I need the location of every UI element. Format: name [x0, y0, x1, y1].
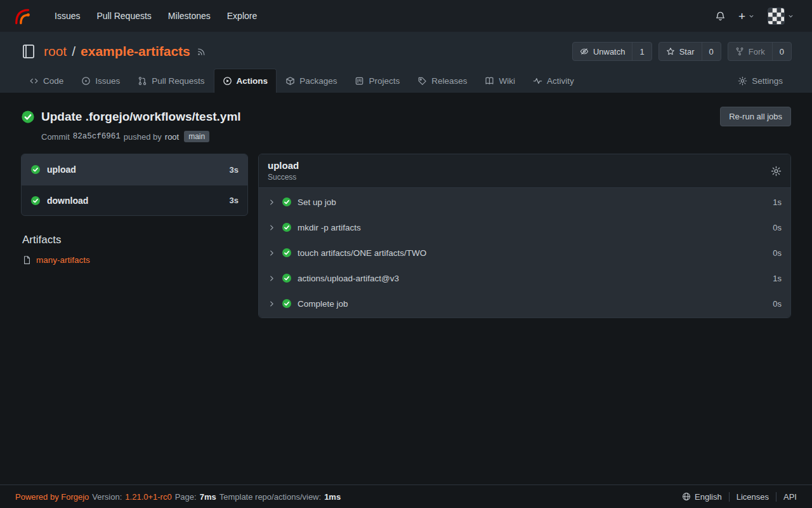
artifact-download-link[interactable]: many-artifacts: [36, 255, 90, 265]
run-sidebar: upload 3s download 3s Artifacts many-art…: [21, 154, 248, 265]
step-success-icon: [282, 222, 292, 232]
star-button[interactable]: Star: [659, 43, 702, 60]
tab-packages[interactable]: Packages: [277, 69, 346, 93]
rss-icon[interactable]: [197, 47, 206, 57]
job-item-download[interactable]: download 3s: [22, 185, 247, 215]
star-button-group: Star 0: [658, 42, 721, 61]
nav-explore[interactable]: Explore: [219, 11, 265, 21]
forks-count[interactable]: 0: [772, 43, 791, 60]
chevron-right-icon: [268, 274, 276, 283]
nav-issues[interactable]: Issues: [46, 11, 88, 21]
tab-label: Activity: [547, 76, 574, 86]
tab-label: Code: [43, 76, 63, 86]
template-time-label: Template repo/actions/view:: [219, 492, 321, 502]
language-label: English: [695, 492, 722, 502]
watchers-count[interactable]: 1: [632, 43, 651, 60]
tab-label: Releases: [431, 76, 467, 86]
tab-actions[interactable]: Actions: [214, 69, 277, 93]
nav-pull-requests[interactable]: Pull Requests: [88, 11, 159, 21]
tab-label: Issues: [95, 76, 120, 86]
commit-sha-link[interactable]: 82a5cf6961: [73, 132, 121, 141]
top-navbar: Issues Pull Requests Milestones Explore …: [0, 0, 812, 32]
fork-button-group: Fork 0: [728, 42, 792, 61]
avatar: [768, 8, 785, 25]
job-list: upload 3s download 3s: [21, 154, 248, 216]
tab-pull-requests[interactable]: Pull Requests: [129, 69, 213, 93]
code-icon: [29, 76, 39, 86]
step-duration: 1s: [773, 274, 782, 283]
step-name: actions/upload-artifact@v3: [298, 274, 767, 283]
user-menu-button[interactable]: [761, 8, 801, 25]
step-success-icon: [282, 248, 292, 258]
step-row[interactable]: touch artifacts/ONE artifacts/TWO 0s: [259, 240, 790, 265]
file-icon: [22, 255, 32, 265]
tab-label: Wiki: [499, 76, 515, 86]
artifacts-heading: Artifacts: [22, 234, 248, 246]
star-label: Star: [679, 47, 695, 57]
tab-projects[interactable]: Projects: [346, 69, 409, 93]
template-time-value: 1ms: [324, 492, 341, 502]
watch-button-group: Unwatch 1: [572, 42, 652, 61]
repo-action-buttons: Unwatch 1 Star 0 Fork 0: [572, 42, 792, 61]
chevron-down-icon: [787, 13, 794, 20]
rerun-all-jobs-button[interactable]: Re-run all jobs: [720, 107, 791, 126]
tab-code[interactable]: Code: [20, 69, 72, 93]
issue-icon: [81, 76, 91, 86]
repo-name-link[interactable]: example-artifacts: [81, 44, 190, 59]
commit-label: Commit: [41, 132, 70, 142]
fork-label: Fork: [749, 47, 765, 57]
artifact-item: many-artifacts: [22, 255, 248, 265]
step-row[interactable]: actions/upload-artifact@v3 1s: [259, 265, 790, 291]
api-link[interactable]: API: [776, 492, 797, 502]
job-detail-status: Success: [268, 173, 771, 182]
unwatch-button[interactable]: Unwatch: [573, 43, 632, 60]
step-row[interactable]: Set up job 1s: [259, 189, 790, 215]
tab-label: Projects: [369, 76, 400, 86]
create-new-menu-button[interactable]: +: [732, 10, 761, 22]
licenses-link[interactable]: Licenses: [729, 492, 776, 502]
tab-wiki[interactable]: Wiki: [476, 69, 524, 93]
job-item-upload[interactable]: upload 3s: [22, 154, 247, 185]
job-options-gear-icon[interactable]: [771, 166, 782, 177]
step-name: Complete job: [298, 299, 767, 309]
tab-settings[interactable]: Settings: [729, 69, 792, 93]
step-row[interactable]: Complete job 0s: [259, 291, 790, 316]
pusher-link[interactable]: root: [165, 132, 179, 142]
tab-releases[interactable]: Releases: [409, 69, 476, 93]
tab-label: Pull Requests: [152, 76, 204, 86]
repo-tabs: Code Issues Pull Requests Actions Packag…: [20, 69, 792, 93]
forgejo-home-link[interactable]: [11, 6, 31, 26]
actions-run-view: Update .forgejo/workflows/test.yml Re-ru…: [0, 93, 812, 485]
language-selector[interactable]: English: [675, 492, 729, 502]
job-duration: 3s: [230, 196, 239, 205]
unwatch-label: Unwatch: [593, 47, 625, 57]
tag-icon: [417, 76, 427, 86]
stars-count[interactable]: 0: [702, 43, 721, 60]
version-link[interactable]: 1.21.0+1-rc0: [125, 492, 171, 502]
step-duration: 0s: [773, 223, 782, 232]
bell-icon: [715, 11, 726, 22]
repo-header: root / example-artifacts Unwatch 1 Star …: [0, 32, 812, 93]
gear-icon: [738, 76, 747, 86]
step-name: Set up job: [298, 197, 767, 207]
step-row[interactable]: mkdir -p artifacts 0s: [259, 215, 790, 240]
branch-badge[interactable]: main: [184, 131, 209, 142]
repo-owner-link[interactable]: root: [44, 44, 67, 59]
success-check-icon: [30, 164, 41, 175]
footer-right: English Licenses API: [675, 492, 797, 502]
run-body: upload 3s download 3s Artifacts many-art…: [21, 154, 791, 318]
commit-line: Commit 82a5cf6961 pushed by root main: [41, 131, 791, 142]
fork-button[interactable]: Fork: [728, 43, 772, 60]
step-success-icon: [282, 197, 292, 207]
nav-milestones[interactable]: Milestones: [160, 11, 219, 21]
powered-by-link[interactable]: Powered by Forgejo: [15, 492, 89, 502]
tab-activity[interactable]: Activity: [524, 69, 583, 93]
run-title: Update .forgejo/workflows/test.yml: [41, 110, 714, 124]
notifications-button[interactable]: [709, 11, 732, 22]
step-duration: 0s: [773, 248, 782, 258]
forgejo-logo-icon: [11, 6, 31, 26]
step-duration: 1s: [773, 197, 782, 207]
job-name: download: [47, 196, 223, 206]
page-time-label: Page:: [175, 492, 197, 502]
tab-issues[interactable]: Issues: [72, 69, 129, 93]
